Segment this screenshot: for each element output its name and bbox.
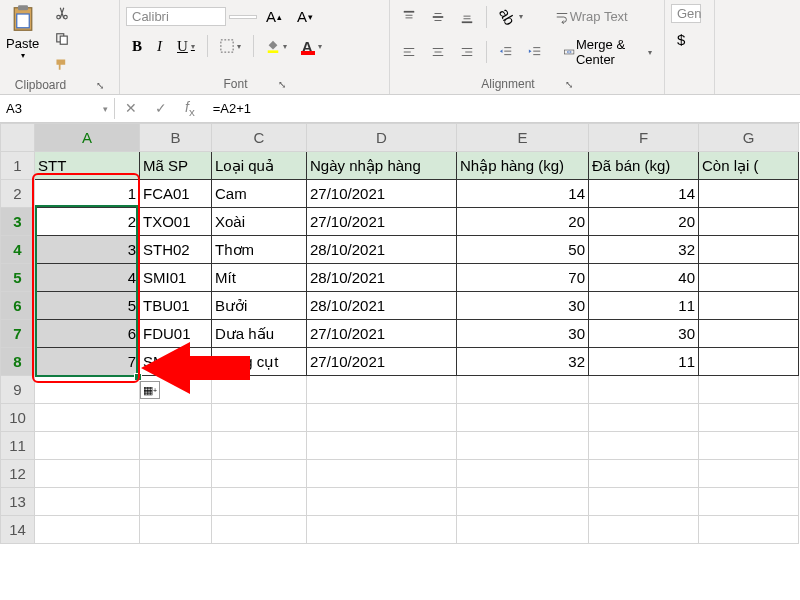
row-header[interactable]: 11 [1, 432, 35, 460]
cell[interactable]: 70 [457, 264, 589, 292]
cell[interactable]: 14 [589, 180, 699, 208]
cell[interactable]: SMI01 [140, 264, 212, 292]
cell[interactable] [35, 376, 140, 404]
cell[interactable]: SMA [140, 348, 212, 376]
cell[interactable] [307, 404, 457, 432]
formula-input[interactable]: =A2+1 [205, 101, 251, 116]
col-header[interactable]: A [35, 124, 140, 152]
cell[interactable]: 27/10/2021 [307, 320, 457, 348]
cell[interactable]: Ngày nhập hàng [307, 152, 457, 180]
cell[interactable] [699, 460, 799, 488]
name-box[interactable]: A3▾ [0, 98, 115, 119]
cell[interactable]: 30 [457, 292, 589, 320]
font-color-button[interactable]: A▾ [296, 33, 328, 59]
cell[interactable]: 28/10/2021 [307, 236, 457, 264]
cell[interactable]: Mã SP [140, 152, 212, 180]
row-header[interactable]: 9 [1, 376, 35, 404]
cell[interactable] [699, 320, 799, 348]
cell[interactable]: FDU01 [140, 320, 212, 348]
cell[interactable] [212, 460, 307, 488]
cell[interactable] [35, 404, 140, 432]
font-name-dropdown[interactable]: Calibri [126, 7, 226, 26]
fill-handle[interactable] [134, 373, 142, 381]
autofill-options-button[interactable]: ▦+ [140, 381, 160, 399]
row-header[interactable]: 7 [1, 320, 35, 348]
cell[interactable] [457, 516, 589, 544]
col-header[interactable]: G [699, 124, 799, 152]
cell[interactable]: Loại quả [212, 152, 307, 180]
cell[interactable] [457, 376, 589, 404]
select-all-corner[interactable] [1, 124, 35, 152]
cell[interactable]: STT [35, 152, 140, 180]
row-header[interactable]: 13 [1, 488, 35, 516]
align-top-button[interactable] [396, 6, 422, 28]
align-center-button[interactable] [425, 41, 451, 63]
cell[interactable]: TXO01 [140, 208, 212, 236]
cell[interactable] [140, 432, 212, 460]
cell[interactable]: 11 [589, 348, 699, 376]
cell[interactable]: Măng cụt [212, 348, 307, 376]
row-header[interactable]: 8 [1, 348, 35, 376]
cell[interactable] [457, 488, 589, 516]
increase-font-button[interactable]: A▴ [260, 4, 288, 29]
align-middle-button[interactable] [425, 6, 451, 28]
cell[interactable] [307, 488, 457, 516]
cell[interactable] [589, 516, 699, 544]
orientation-button[interactable]: ab▾ [493, 4, 529, 29]
cell[interactable]: 28/10/2021 [307, 292, 457, 320]
cell[interactable] [589, 460, 699, 488]
underline-button[interactable]: U▾ [171, 34, 201, 59]
cell[interactable]: 50 [457, 236, 589, 264]
spreadsheet-grid[interactable]: A B C D E F G 1 STT Mã SP Loại quả Ngày … [0, 123, 800, 544]
row-header[interactable]: 6 [1, 292, 35, 320]
align-left-button[interactable] [396, 41, 422, 63]
row-header[interactable]: 10 [1, 404, 35, 432]
cell[interactable] [699, 180, 799, 208]
cell[interactable]: Đã bán (kg) [589, 152, 699, 180]
row-header[interactable]: 1 [1, 152, 35, 180]
cell[interactable]: Mít [212, 264, 307, 292]
cell[interactable]: Bưởi [212, 292, 307, 320]
cell[interactable]: 1 [35, 180, 140, 208]
bold-button[interactable]: B [126, 34, 148, 59]
row-header[interactable]: 14 [1, 516, 35, 544]
cell[interactable]: 32 [457, 348, 589, 376]
cell[interactable]: 7 [35, 348, 140, 376]
cell[interactable]: Dưa hấu [212, 320, 307, 348]
currency-button[interactable]: $ [671, 27, 691, 52]
row-header[interactable]: 2 [1, 180, 35, 208]
cell[interactable]: 5 [35, 292, 140, 320]
cell[interactable]: 14 [457, 180, 589, 208]
cell[interactable]: 6 [35, 320, 140, 348]
cell[interactable]: TBU01 [140, 292, 212, 320]
align-bottom-button[interactable] [454, 6, 480, 28]
cell[interactable] [589, 488, 699, 516]
cell[interactable] [212, 516, 307, 544]
cell[interactable]: Cam [212, 180, 307, 208]
cell[interactable]: 27/10/2021 [307, 180, 457, 208]
cell[interactable] [35, 488, 140, 516]
cell[interactable]: 20 [589, 208, 699, 236]
merge-center-button[interactable]: Merge & Center ▾ [558, 33, 658, 71]
copy-button[interactable] [49, 28, 75, 50]
cell[interactable] [35, 432, 140, 460]
cell[interactable]: 4 [35, 264, 140, 292]
cell[interactable]: Xoài [212, 208, 307, 236]
col-header[interactable]: F [589, 124, 699, 152]
fx-button[interactable]: fx [181, 99, 199, 118]
cell[interactable] [212, 432, 307, 460]
cell[interactable]: 28/10/2021 [307, 264, 457, 292]
cell[interactable]: Thơm [212, 236, 307, 264]
cell[interactable] [699, 236, 799, 264]
cell[interactable]: 3 [35, 236, 140, 264]
cell[interactable] [699, 516, 799, 544]
cell[interactable]: 30 [589, 320, 699, 348]
paste-button[interactable]: Paste ▾ [6, 2, 39, 60]
font-size-dropdown[interactable] [229, 15, 257, 19]
cell[interactable] [212, 404, 307, 432]
wrap-text-button[interactable]: Wrap Text [549, 5, 634, 28]
cell[interactable] [35, 460, 140, 488]
italic-button[interactable]: I [151, 34, 168, 59]
cell[interactable] [699, 488, 799, 516]
format-painter-button[interactable] [49, 54, 75, 76]
